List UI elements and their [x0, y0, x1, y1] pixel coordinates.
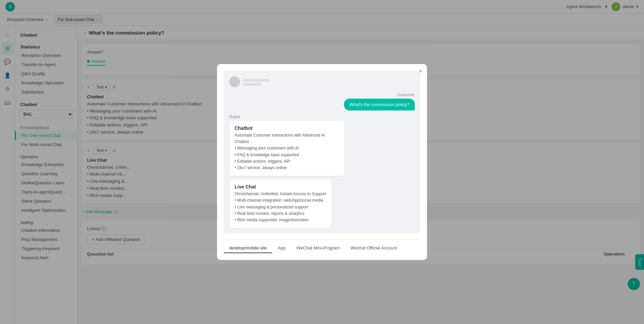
customer-bubble: What's the commission policy? — [344, 99, 415, 110]
modal-overlay[interactable]: × Customer What's the commission policy?… — [0, 0, 644, 324]
placeholder-line-2 — [243, 83, 261, 86]
preview-tab-app[interactable]: App — [272, 243, 291, 253]
preview-tab-wechat-official[interactable]: Wechat Official Account — [345, 243, 403, 253]
chat-preview: Customer What's the commission policy? R… — [224, 71, 420, 234]
preview-tab-desktop[interactable]: desktop/mobile site — [224, 243, 272, 253]
chat-avatar — [229, 76, 240, 87]
chat-card-livechat: Live Chat Omnichannel, Unlimited, Instan… — [229, 179, 331, 228]
modal-close-button[interactable]: × — [418, 68, 422, 74]
placeholder-line-1 — [243, 79, 270, 82]
chat-robot-row: Robot Chatbot Automate Customer Interact… — [229, 115, 415, 231]
robot-label: Robot — [229, 115, 240, 119]
preview-tabs: desktop/mobile site App WeChat Mini-Prog… — [224, 239, 420, 253]
card-livechat-title: Live Chat — [235, 184, 326, 189]
chat-user-message-row: Customer What's the commission policy? — [229, 93, 415, 110]
chat-title-placeholder — [243, 79, 270, 86]
preview-tab-wechat-mini[interactable]: WeChat Mini-Program — [291, 243, 345, 253]
chat-header-row — [229, 76, 415, 88]
preview-modal: × Customer What's the commission policy?… — [217, 64, 427, 260]
chat-card-chatbot: Chatbot Automate Customer Interactions w… — [229, 121, 344, 176]
card-livechat-body: Omnichannel, Unlimited, Instant Access t… — [235, 191, 326, 223]
customer-label: Customer — [397, 93, 415, 97]
card-chatbot-title: Chatbot — [235, 125, 339, 131]
card-chatbot-body: Automate Customer Interactions with Adva… — [235, 132, 339, 171]
